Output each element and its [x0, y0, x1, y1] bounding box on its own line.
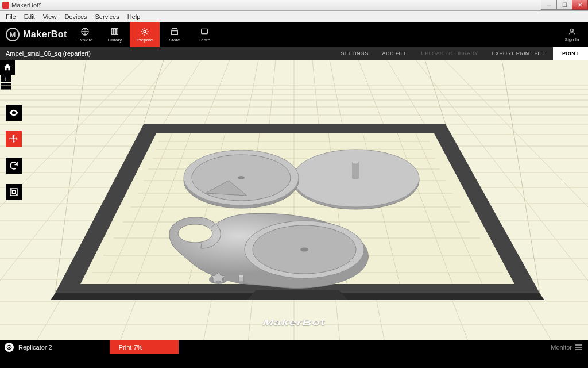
window-title-bar: MakerBot* ─ ☐ ✕ [0, 0, 588, 11]
print-progress-button[interactable]: Print 7% [110, 340, 179, 354]
globe-icon [80, 27, 90, 36]
window-maximize-button[interactable]: ☐ [556, 0, 572, 10]
svg-line-43 [425, 60, 446, 124]
menu-view[interactable]: View [40, 13, 60, 21]
print-progress-label: Print 7% [119, 344, 143, 351]
top-nav: M MakerBot Explore Library Prepare Store… [0, 22, 588, 47]
svg-point-75 [178, 224, 212, 243]
library-icon [110, 27, 119, 36]
svg-point-6 [571, 29, 574, 32]
transform-tools [6, 105, 22, 206]
window-title-text: MakerBot* [11, 2, 41, 9]
printer-connected-icon: ⦿ [5, 343, 14, 352]
tab-prepare[interactable]: Prepare [130, 22, 160, 47]
app-icon [2, 2, 9, 9]
upload-library-button[interactable]: UPLOAD TO LIBRARY [414, 47, 485, 60]
eye-icon [9, 108, 19, 118]
build-scene [0, 60, 588, 354]
sub-bar: Ampel_smal_06_sq (repariert) SETTINGS AD… [0, 47, 588, 60]
menu-edit[interactable]: Edit [21, 13, 38, 21]
viewport-3d[interactable]: MakerBot + − ⦿ Replicator 2 Print 7% [0, 60, 588, 354]
learn-icon [200, 27, 209, 36]
menu-file[interactable]: File [2, 13, 20, 21]
tab-label: Store [169, 37, 180, 43]
hamburger-icon [575, 344, 582, 350]
move-tool-button[interactable] [6, 131, 22, 147]
brand-text: MakerBot [23, 29, 67, 40]
tab-store[interactable]: Store [160, 22, 189, 47]
brand: M MakerBot [6, 28, 70, 41]
scale-tool-button[interactable] [6, 184, 22, 200]
svg-rect-1 [112, 28, 114, 34]
menu-bar: File Edit View Devices Services Help [0, 11, 588, 22]
signin-label: Sign In [565, 37, 579, 42]
sign-in-button[interactable]: Sign In [560, 28, 583, 42]
tab-label: Library [108, 37, 122, 43]
status-bar: ⦿ Replicator 2 Print 7% Monitor [0, 340, 588, 354]
nav-tabs: Explore Library Prepare Store Learn [70, 22, 219, 47]
tab-label: Prepare [137, 37, 153, 43]
store-icon [170, 27, 179, 36]
tab-label: Learn [199, 37, 210, 43]
svg-point-78 [300, 248, 308, 252]
tab-explore[interactable]: Explore [70, 22, 100, 47]
window-close-button[interactable]: ✕ [572, 0, 588, 10]
settings-button[interactable]: SETTINGS [334, 47, 375, 60]
svg-rect-69 [353, 162, 358, 178]
menu-help[interactable]: Help [124, 13, 144, 21]
svg-rect-5 [202, 29, 208, 33]
tab-library[interactable]: Library [100, 22, 130, 47]
move-icon [9, 134, 19, 144]
add-file-button[interactable]: ADD FILE [376, 47, 415, 60]
menu-devices[interactable]: Devices [61, 13, 90, 21]
rotate-tool-button[interactable] [6, 158, 22, 174]
printer-name[interactable]: Replicator 2 [18, 344, 52, 351]
print-button[interactable]: PRINT [553, 47, 588, 60]
menu-services[interactable]: Services [92, 13, 123, 21]
svg-marker-46 [247, 290, 348, 300]
svg-point-70 [353, 161, 358, 164]
brand-logo-icon: M [6, 28, 20, 41]
monitor-toggle[interactable]: Monitor [551, 344, 582, 351]
signin-icon [567, 28, 577, 36]
svg-point-82 [239, 275, 243, 277]
scale-icon [9, 187, 18, 197]
view-tool-button[interactable] [6, 105, 22, 121]
svg-rect-2 [114, 28, 116, 34]
svg-rect-85 [12, 190, 15, 193]
svg-point-83 [13, 112, 15, 114]
tab-learn[interactable]: Learn [189, 22, 219, 47]
export-print-file-button[interactable]: EXPORT PRINT FILE [485, 47, 553, 60]
svg-line-42 [144, 60, 164, 124]
svg-rect-3 [117, 28, 118, 34]
rotate-icon [9, 160, 19, 171]
monitor-label: Monitor [551, 344, 572, 351]
file-name: Ampel_smal_06_sq (repariert) [6, 50, 91, 57]
svg-point-74 [238, 176, 245, 179]
prepare-icon [140, 27, 149, 36]
plate-brand-label: MakerBot [262, 318, 326, 328]
window-minimize-button[interactable]: ─ [541, 0, 557, 10]
tab-label: Explore [77, 37, 92, 43]
window-controls: ─ ☐ ✕ [541, 0, 588, 10]
svg-point-4 [144, 30, 146, 33]
